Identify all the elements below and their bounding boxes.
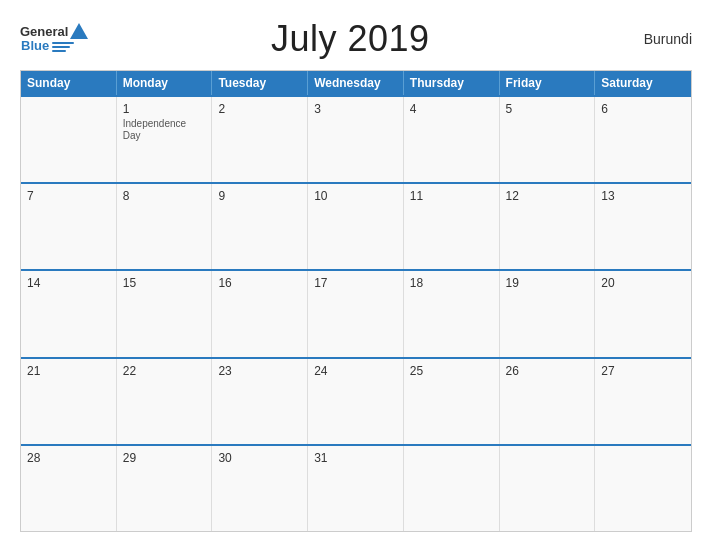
calendar-cell: 25 xyxy=(404,359,500,444)
day-number: 20 xyxy=(601,276,685,290)
day-number: 3 xyxy=(314,102,397,116)
calendar-cell: 27 xyxy=(595,359,691,444)
day-number: 23 xyxy=(218,364,301,378)
day-number: 22 xyxy=(123,364,206,378)
day-number: 16 xyxy=(218,276,301,290)
calendar-cell: 3 xyxy=(308,97,404,182)
logo-lines-icon xyxy=(52,42,74,52)
calendar-cell xyxy=(595,446,691,531)
day-of-week-header: Sunday xyxy=(21,71,117,95)
day-of-week-header: Wednesday xyxy=(308,71,404,95)
calendar-cell xyxy=(404,446,500,531)
day-number: 8 xyxy=(123,189,206,203)
day-number: 21 xyxy=(27,364,110,378)
logo-blue-text: Blue xyxy=(21,39,49,53)
calendar-week-row: 1Independence Day23456 xyxy=(21,95,691,182)
day-number: 12 xyxy=(506,189,589,203)
calendar-cell: 31 xyxy=(308,446,404,531)
day-number: 2 xyxy=(218,102,301,116)
day-number: 14 xyxy=(27,276,110,290)
day-number: 25 xyxy=(410,364,493,378)
day-of-week-header: Saturday xyxy=(595,71,691,95)
calendar-page: General Blue July 2019 Burundi SundayMon… xyxy=(0,0,712,550)
calendar-cell: 26 xyxy=(500,359,596,444)
calendar-week-row: 78910111213 xyxy=(21,182,691,269)
day-number: 29 xyxy=(123,451,206,465)
calendar-cell: 10 xyxy=(308,184,404,269)
day-number: 1 xyxy=(123,102,206,116)
calendar-cell: 22 xyxy=(117,359,213,444)
calendar-cell: 8 xyxy=(117,184,213,269)
calendar-week-row: 21222324252627 xyxy=(21,357,691,444)
calendar-week-row: 14151617181920 xyxy=(21,269,691,356)
header: General Blue July 2019 Burundi xyxy=(20,18,692,60)
calendar-cell: 1Independence Day xyxy=(117,97,213,182)
day-number: 10 xyxy=(314,189,397,203)
calendar-cell: 21 xyxy=(21,359,117,444)
day-number: 27 xyxy=(601,364,685,378)
calendar-cell: 2 xyxy=(212,97,308,182)
logo: General Blue xyxy=(20,25,88,53)
day-of-week-header: Thursday xyxy=(404,71,500,95)
day-number: 9 xyxy=(218,189,301,203)
logo-triangle-icon xyxy=(70,23,88,39)
day-number: 13 xyxy=(601,189,685,203)
calendar-week-row: 28293031 xyxy=(21,444,691,531)
calendar-title: July 2019 xyxy=(88,18,612,60)
calendar-cell: 9 xyxy=(212,184,308,269)
calendar-cell: 20 xyxy=(595,271,691,356)
calendar-cell: 11 xyxy=(404,184,500,269)
calendar-cell: 17 xyxy=(308,271,404,356)
day-number: 6 xyxy=(601,102,685,116)
calendar-cell: 14 xyxy=(21,271,117,356)
calendar-cell: 5 xyxy=(500,97,596,182)
calendar-cell: 12 xyxy=(500,184,596,269)
calendar-cell: 18 xyxy=(404,271,500,356)
calendar-cell: 19 xyxy=(500,271,596,356)
calendar-cell: 16 xyxy=(212,271,308,356)
day-of-week-header: Monday xyxy=(117,71,213,95)
calendar-cell xyxy=(500,446,596,531)
day-number: 18 xyxy=(410,276,493,290)
day-number: 4 xyxy=(410,102,493,116)
day-number: 26 xyxy=(506,364,589,378)
holiday-label: Independence Day xyxy=(123,118,206,142)
calendar-header-row: SundayMondayTuesdayWednesdayThursdayFrid… xyxy=(21,71,691,95)
calendar-cell: 15 xyxy=(117,271,213,356)
day-number: 24 xyxy=(314,364,397,378)
day-number: 28 xyxy=(27,451,110,465)
day-number: 17 xyxy=(314,276,397,290)
day-number: 19 xyxy=(506,276,589,290)
day-number: 11 xyxy=(410,189,493,203)
calendar-cell: 23 xyxy=(212,359,308,444)
country-label: Burundi xyxy=(612,31,692,47)
calendar-cell: 6 xyxy=(595,97,691,182)
day-of-week-header: Tuesday xyxy=(212,71,308,95)
day-number: 7 xyxy=(27,189,110,203)
day-number: 5 xyxy=(506,102,589,116)
calendar-cell: 4 xyxy=(404,97,500,182)
day-number: 31 xyxy=(314,451,397,465)
calendar-cell: 13 xyxy=(595,184,691,269)
day-number: 30 xyxy=(218,451,301,465)
calendar-cell: 30 xyxy=(212,446,308,531)
calendar-cell: 29 xyxy=(117,446,213,531)
calendar-cell: 28 xyxy=(21,446,117,531)
calendar-cell: 7 xyxy=(21,184,117,269)
calendar-cell xyxy=(21,97,117,182)
calendar-grid: SundayMondayTuesdayWednesdayThursdayFrid… xyxy=(20,70,692,532)
calendar-cell: 24 xyxy=(308,359,404,444)
day-of-week-header: Friday xyxy=(500,71,596,95)
day-number: 15 xyxy=(123,276,206,290)
